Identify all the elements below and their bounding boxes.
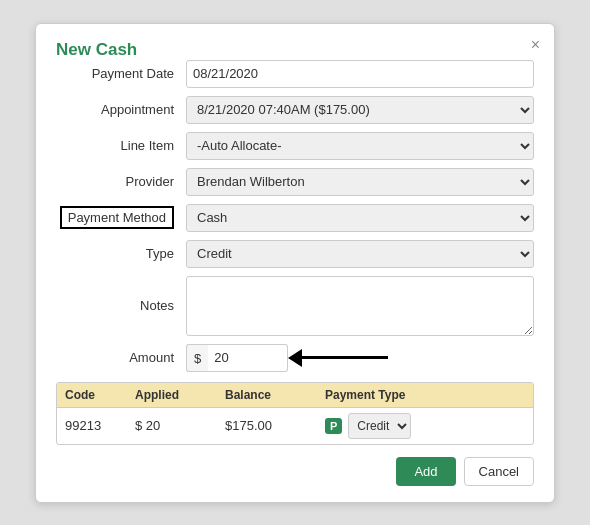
- type-select[interactable]: Credit: [186, 240, 534, 268]
- amount-arrow-indicator: [298, 356, 388, 359]
- notes-row: Notes: [56, 276, 534, 336]
- amount-input[interactable]: [208, 344, 288, 372]
- payment-date-row: Payment Date: [56, 60, 534, 88]
- add-button[interactable]: Add: [396, 457, 455, 486]
- cell-balance: $175.00: [217, 413, 317, 438]
- billing-table: Code Applied Balance Payment Type 99213 …: [56, 382, 534, 445]
- appointment-row: Appointment 8/21/2020 07:40AM ($175.00): [56, 96, 534, 124]
- provider-row: Provider Brendan Wilberton: [56, 168, 534, 196]
- col-header-applied: Applied: [127, 383, 217, 407]
- table-header: Code Applied Balance Payment Type: [57, 383, 533, 408]
- appointment-select[interactable]: 8/21/2020 07:40AM ($175.00): [186, 96, 534, 124]
- dialog-title: New Cash: [56, 40, 137, 59]
- cell-code: 99213: [57, 413, 127, 438]
- payment-method-label: Payment Method: [60, 206, 174, 229]
- provider-select[interactable]: Brendan Wilberton: [186, 168, 534, 196]
- col-header-balance: Balance: [217, 383, 317, 407]
- payment-method-select[interactable]: Cash: [186, 204, 534, 232]
- notes-textarea[interactable]: [186, 276, 534, 336]
- notes-label: Notes: [56, 298, 186, 313]
- amount-label: Amount: [56, 350, 186, 365]
- new-cash-dialog: New Cash × Payment Date Appointment 8/21…: [35, 23, 555, 503]
- p-badge: P: [325, 418, 342, 434]
- cell-payment-type: P Credit: [317, 408, 533, 444]
- table-row: 99213 $ 20 $175.00 P Credit: [57, 408, 533, 444]
- payment-method-row: Payment Method Cash: [56, 204, 534, 232]
- amount-row: Amount $: [56, 344, 534, 372]
- dollar-sign: $: [186, 344, 208, 372]
- col-header-code: Code: [57, 383, 127, 407]
- payment-type-select[interactable]: Credit: [348, 413, 411, 439]
- type-label: Type: [56, 246, 186, 261]
- line-item-select[interactable]: -Auto Allocate-: [186, 132, 534, 160]
- line-item-row: Line Item -Auto Allocate-: [56, 132, 534, 160]
- cell-applied: $ 20: [127, 413, 217, 438]
- provider-label: Provider: [56, 174, 186, 189]
- arrow-line: [298, 356, 388, 359]
- line-item-label: Line Item: [56, 138, 186, 153]
- col-header-payment-type: Payment Type: [317, 383, 533, 407]
- appointment-label: Appointment: [56, 102, 186, 117]
- payment-date-label: Payment Date: [56, 66, 186, 81]
- cancel-button[interactable]: Cancel: [464, 457, 534, 486]
- type-row: Type Credit: [56, 240, 534, 268]
- footer-buttons: Add Cancel: [56, 457, 534, 486]
- payment-date-input[interactable]: [186, 60, 534, 88]
- close-button[interactable]: ×: [531, 36, 540, 54]
